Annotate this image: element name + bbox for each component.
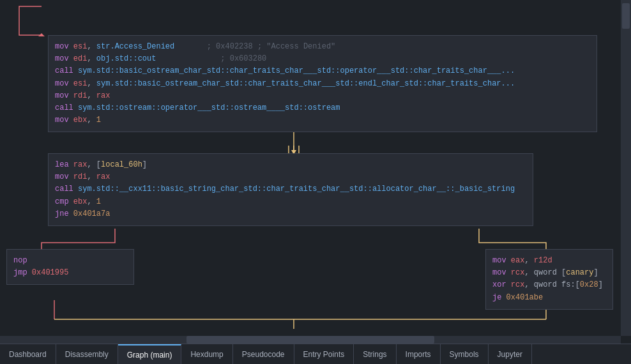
vertical-scrollbar[interactable] <box>621 0 631 336</box>
tab-symbols[interactable]: Symbols <box>441 344 489 364</box>
code-line: mov rcx, qword [canary] <box>492 267 606 279</box>
tab-graph-main[interactable]: Graph (main) <box>118 344 182 364</box>
tab-hexdump[interactable]: Hexdump <box>181 344 232 364</box>
scroll-thumb-h[interactable] <box>186 336 435 344</box>
tab-strings[interactable]: Strings <box>354 344 396 364</box>
code-line: cmp ebx, 1 ; 1 <box>55 196 526 208</box>
tab-imports[interactable]: Imports <box>397 344 441 364</box>
code-line: call sym.std::__cxx11::basic_string_char… <box>55 183 526 195</box>
tabs-bar: Dashboard Disassembly Graph (main) Hexdu… <box>0 344 631 364</box>
code-line: xor rcx, qword fs:[0x28] <box>492 279 606 291</box>
svg-marker-0 <box>38 33 45 36</box>
tab-disassembly[interactable]: Disassembly <box>56 344 118 364</box>
code-line: mov esi, sym.std::basic_ostream_char_std… <box>55 78 590 90</box>
tab-jupyter[interactable]: Jupyter <box>489 344 532 364</box>
code-line: mov edi, obj.std::cout ; 0x603280 <box>55 53 590 65</box>
code-line: mov esi, str.Access_Denied ; 0x402238 ; … <box>55 41 590 53</box>
scroll-thumb-v[interactable] <box>622 3 630 29</box>
code-block-3: nop jmp 0x401995 <box>6 249 134 285</box>
code-line: call sym.std::ostream::operator___std::o… <box>55 102 590 114</box>
code-line: mov ebx, 1 <box>55 114 590 126</box>
code-line: nop <box>13 255 127 267</box>
code-block-2: lea rax, [local_60h] mov rdi, rax call s… <box>48 153 533 226</box>
code-line: jmp 0x401995 <box>13 267 127 279</box>
code-line: lea rax, [local_60h] <box>55 159 526 171</box>
code-line: mov rdi, rax <box>55 90 590 102</box>
code-block-4: mov eax, r12d mov rcx, qword [canary] xo… <box>485 249 613 310</box>
code-line: mov rdi, rax <box>55 171 526 183</box>
tab-entry-points[interactable]: Entry Points <box>294 344 354 364</box>
tab-pseudocode[interactable]: Pseudocode <box>233 344 294 364</box>
tab-dashboard[interactable]: Dashboard <box>0 344 56 364</box>
code-block-1: mov esi, str.Access_Denied ; 0x402238 ; … <box>48 35 597 132</box>
code-line: call sym.std::basic_ostream_char_std::ch… <box>55 65 590 77</box>
code-line: je 0x401abe <box>492 292 606 304</box>
graph-area[interactable]: mov esi, str.Access_Denied ; 0x402238 ; … <box>0 0 631 344</box>
code-line: mov eax, r12d <box>492 255 606 267</box>
code-line: jne 0x401a7a <box>55 208 526 220</box>
horizontal-scrollbar[interactable] <box>0 336 621 344</box>
